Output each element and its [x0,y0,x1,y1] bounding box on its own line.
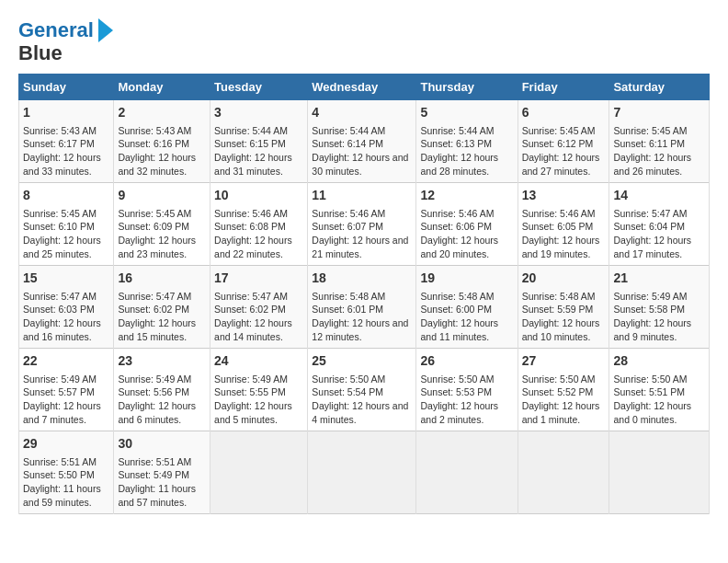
week-row-2: 8Sunrise: 5:45 AMSunset: 6:10 PMDaylight… [19,183,710,266]
cell-info: Sunrise: 5:48 AMSunset: 5:59 PMDaylight:… [522,290,606,344]
day-cell: 26Sunrise: 5:50 AMSunset: 5:53 PMDayligh… [416,349,518,431]
cell-info: Sunrise: 5:43 AMSunset: 6:17 PMDaylight:… [23,124,109,178]
day-cell: 10Sunrise: 5:46 AMSunset: 6:08 PMDayligh… [210,183,308,266]
day-number: 19 [420,270,513,288]
day-number: 2 [118,104,206,122]
cell-info: Sunrise: 5:44 AMSunset: 6:13 PMDaylight:… [420,124,513,178]
logo-arrow-icon [98,18,113,42]
day-cell: 23Sunrise: 5:49 AMSunset: 5:56 PMDayligh… [114,349,210,431]
day-number: 22 [23,352,109,371]
day-cell: 14Sunrise: 5:47 AMSunset: 6:04 PMDayligh… [609,183,710,266]
day-number: 27 [522,352,606,371]
day-cell: 18Sunrise: 5:48 AMSunset: 6:01 PMDayligh… [308,266,416,349]
logo: General Blue [18,18,113,64]
cell-info: Sunrise: 5:45 AMSunset: 6:09 PMDaylight:… [118,207,206,261]
day-cell: 20Sunrise: 5:48 AMSunset: 5:59 PMDayligh… [518,266,609,349]
day-cell: 19Sunrise: 5:48 AMSunset: 6:00 PMDayligh… [416,266,518,349]
day-cell [518,431,609,514]
day-number: 24 [214,352,303,371]
day-cell: 22Sunrise: 5:49 AMSunset: 5:57 PMDayligh… [19,349,114,431]
day-number: 1 [23,104,109,122]
day-number: 16 [118,270,206,288]
header-cell-wednesday: Wednesday [308,75,416,100]
day-number: 28 [613,352,705,371]
day-number: 30 [118,435,206,454]
cell-info: Sunrise: 5:49 AMSunset: 5:56 PMDaylight:… [118,373,206,427]
day-number: 10 [214,187,303,205]
header-cell-friday: Friday [518,75,609,100]
day-number: 17 [214,270,303,288]
day-number: 13 [522,187,606,205]
week-row-5: 29Sunrise: 5:51 AMSunset: 5:50 PMDayligh… [19,431,710,514]
day-number: 14 [613,187,705,205]
logo-text: General [18,19,94,41]
day-cell [609,431,710,514]
header-cell-monday: Monday [114,75,210,100]
logo-general: General [18,18,94,41]
header-cell-tuesday: Tuesday [210,75,308,100]
cell-info: Sunrise: 5:43 AMSunset: 6:16 PMDaylight:… [118,124,206,178]
cell-info: Sunrise: 5:51 AMSunset: 5:49 PMDaylight:… [118,455,206,510]
day-cell: 15Sunrise: 5:47 AMSunset: 6:03 PMDayligh… [19,266,114,349]
day-cell: 27Sunrise: 5:50 AMSunset: 5:52 PMDayligh… [518,349,609,431]
day-cell: 7Sunrise: 5:45 AMSunset: 6:11 PMDaylight… [609,100,710,183]
week-row-1: 1Sunrise: 5:43 AMSunset: 6:17 PMDaylight… [19,100,710,183]
day-cell: 1Sunrise: 5:43 AMSunset: 6:17 PMDaylight… [19,100,114,183]
day-cell: 4Sunrise: 5:44 AMSunset: 6:14 PMDaylight… [308,100,416,183]
cell-info: Sunrise: 5:50 AMSunset: 5:52 PMDaylight:… [522,373,606,427]
cell-info: Sunrise: 5:46 AMSunset: 6:07 PMDaylight:… [312,207,412,261]
cell-info: Sunrise: 5:50 AMSunset: 5:51 PMDaylight:… [613,373,705,427]
week-row-4: 22Sunrise: 5:49 AMSunset: 5:57 PMDayligh… [19,349,710,431]
cell-info: Sunrise: 5:47 AMSunset: 6:03 PMDaylight:… [23,290,109,344]
day-number: 21 [613,270,705,288]
day-cell: 11Sunrise: 5:46 AMSunset: 6:07 PMDayligh… [308,183,416,266]
week-row-3: 15Sunrise: 5:47 AMSunset: 6:03 PMDayligh… [19,266,710,349]
cell-info: Sunrise: 5:46 AMSunset: 6:08 PMDaylight:… [214,207,303,261]
day-cell: 5Sunrise: 5:44 AMSunset: 6:13 PMDaylight… [416,100,518,183]
cell-info: Sunrise: 5:44 AMSunset: 6:15 PMDaylight:… [214,124,303,178]
day-number: 7 [613,104,705,122]
day-number: 8 [23,187,109,205]
cell-info: Sunrise: 5:48 AMSunset: 6:00 PMDaylight:… [420,290,513,344]
day-cell [210,431,308,514]
cell-info: Sunrise: 5:47 AMSunset: 6:02 PMDaylight:… [118,290,206,344]
cell-info: Sunrise: 5:50 AMSunset: 5:53 PMDaylight:… [420,373,513,427]
day-number: 26 [420,352,513,371]
cell-info: Sunrise: 5:48 AMSunset: 6:01 PMDaylight:… [312,290,412,344]
day-cell: 25Sunrise: 5:50 AMSunset: 5:54 PMDayligh… [308,349,416,431]
day-number: 18 [312,270,412,288]
cell-info: Sunrise: 5:45 AMSunset: 6:12 PMDaylight:… [522,124,606,178]
logo-blue: Blue [18,42,113,64]
day-cell: 21Sunrise: 5:49 AMSunset: 5:58 PMDayligh… [609,266,710,349]
day-number: 4 [312,104,412,122]
day-cell: 3Sunrise: 5:44 AMSunset: 6:15 PMDaylight… [210,100,308,183]
day-cell: 17Sunrise: 5:47 AMSunset: 6:02 PMDayligh… [210,266,308,349]
day-number: 15 [23,270,109,288]
page-header: General Blue [18,18,710,64]
cell-info: Sunrise: 5:47 AMSunset: 6:02 PMDaylight:… [214,290,303,344]
day-number: 11 [312,187,412,205]
day-number: 9 [118,187,206,205]
cell-info: Sunrise: 5:50 AMSunset: 5:54 PMDaylight:… [312,373,412,427]
cell-info: Sunrise: 5:45 AMSunset: 6:11 PMDaylight:… [613,124,705,178]
header-cell-saturday: Saturday [609,75,710,100]
header-cell-sunday: Sunday [19,75,114,100]
day-cell: 8Sunrise: 5:45 AMSunset: 6:10 PMDaylight… [19,183,114,266]
day-number: 20 [522,270,606,288]
day-number: 23 [118,352,206,371]
day-cell: 2Sunrise: 5:43 AMSunset: 6:16 PMDaylight… [114,100,210,183]
day-cell: 9Sunrise: 5:45 AMSunset: 6:09 PMDaylight… [114,183,210,266]
day-cell: 16Sunrise: 5:47 AMSunset: 6:02 PMDayligh… [114,266,210,349]
cell-info: Sunrise: 5:49 AMSunset: 5:55 PMDaylight:… [214,373,303,427]
cell-info: Sunrise: 5:45 AMSunset: 6:10 PMDaylight:… [23,207,109,261]
cell-info: Sunrise: 5:49 AMSunset: 5:58 PMDaylight:… [613,290,705,344]
day-cell: 28Sunrise: 5:50 AMSunset: 5:51 PMDayligh… [609,349,710,431]
cell-info: Sunrise: 5:46 AMSunset: 6:06 PMDaylight:… [420,207,513,261]
day-number: 25 [312,352,412,371]
day-cell [416,431,518,514]
day-cell: 24Sunrise: 5:49 AMSunset: 5:55 PMDayligh… [210,349,308,431]
cell-info: Sunrise: 5:51 AMSunset: 5:50 PMDaylight:… [23,455,109,510]
day-number: 29 [23,435,109,454]
cell-info: Sunrise: 5:44 AMSunset: 6:14 PMDaylight:… [312,124,412,178]
day-number: 12 [420,187,513,205]
